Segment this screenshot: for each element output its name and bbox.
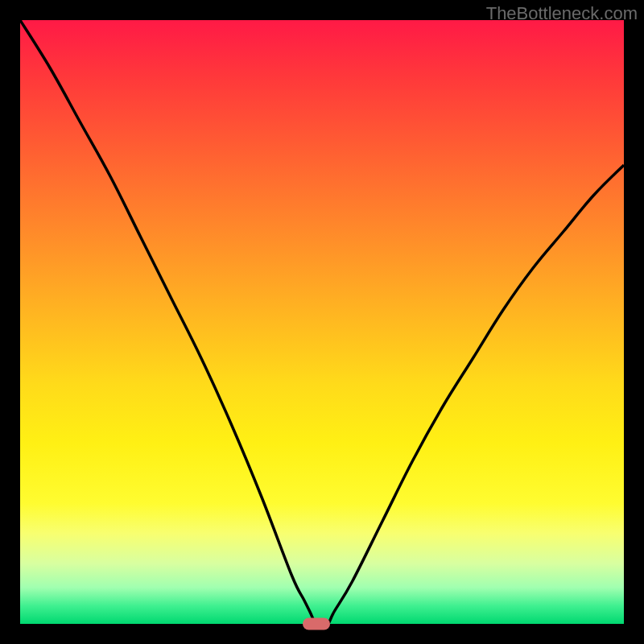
optimal-marker xyxy=(303,618,330,630)
watermark-text: TheBottleneck.com xyxy=(486,3,638,24)
plot-area xyxy=(20,20,624,624)
chart-container: TheBottleneck.com xyxy=(0,0,644,644)
bottleneck-curve xyxy=(20,20,624,624)
